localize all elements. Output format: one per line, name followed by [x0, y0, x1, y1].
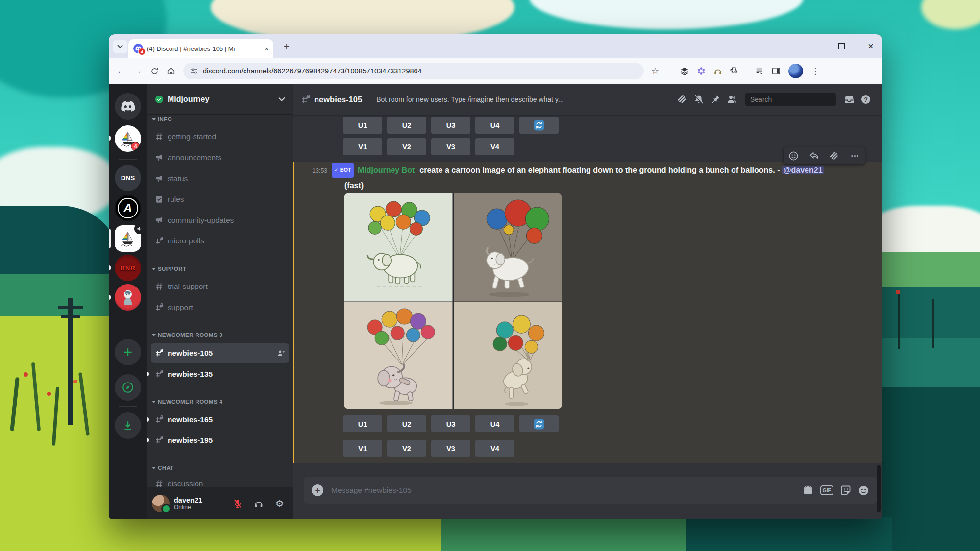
variation-button-v3[interactable]: V3	[431, 440, 470, 457]
channel-support[interactable]: support	[151, 298, 289, 317]
home-button[interactable]	[163, 63, 179, 79]
toolbar-divider	[747, 66, 747, 76]
member-list-button[interactable]	[724, 91, 740, 108]
gift-button[interactable]	[803, 485, 813, 496]
server-header[interactable]: Midjourney	[147, 84, 293, 115]
user-info[interactable]: daven21 Online	[174, 496, 225, 511]
channel-newbies-165[interactable]: newbies-165	[151, 410, 289, 430]
variation-button-v3[interactable]: V3	[431, 138, 470, 155]
minimize-button[interactable]: —	[801, 34, 823, 58]
browser-tab[interactable]: 4 (4) Discord | #newbies-105 | Mi ×	[128, 39, 273, 58]
inbox-button[interactable]	[841, 91, 858, 108]
variation-button-v4[interactable]: V4	[475, 138, 514, 155]
maximize-button[interactable]	[830, 34, 853, 58]
category-newcomer-rooms-4[interactable]: NEWCOMER ROOMS 4	[152, 396, 222, 407]
channel-announcements[interactable]: announcements	[151, 148, 289, 168]
profile-avatar[interactable]	[788, 64, 803, 78]
variation-button-v4[interactable]: V4	[475, 440, 514, 457]
server-midjourney[interactable]: 4	[115, 125, 141, 152]
new-tab-button[interactable]: +	[279, 40, 294, 53]
create-thread-button[interactable]	[829, 151, 839, 161]
close-window-button[interactable]: ×	[859, 34, 882, 58]
server-rnr[interactable]: RNR	[115, 255, 141, 281]
server-red-avatar[interactable]	[115, 284, 141, 311]
notification-settings-button[interactable]	[690, 91, 707, 108]
search-input[interactable]	[749, 95, 840, 104]
variation-button-v2[interactable]: V2	[387, 440, 426, 457]
more-actions-button[interactable]	[850, 151, 860, 161]
channel-trial-support[interactable]: trial-support	[151, 277, 289, 296]
reply-button[interactable]	[809, 151, 819, 161]
add-server-button[interactable]	[115, 339, 141, 365]
reroll-button[interactable]	[519, 117, 559, 134]
add-reaction-button[interactable]	[788, 151, 799, 161]
threads-button[interactable]	[674, 91, 690, 108]
variation-button-v1[interactable]: V1	[343, 440, 382, 457]
variation-button-v2[interactable]: V2	[387, 138, 426, 155]
forward-button[interactable]: →	[129, 63, 146, 79]
chat-scrollbar-thumb[interactable]	[877, 465, 881, 512]
attach-file-button[interactable]: +	[312, 484, 323, 496]
reload-button[interactable]	[146, 63, 163, 79]
message-author[interactable]: Midjourney Bot	[358, 166, 415, 174]
variation-button-v1[interactable]: V1	[343, 138, 382, 155]
headphones-extension-icon[interactable]	[710, 63, 726, 79]
deafen-button[interactable]	[250, 495, 267, 512]
channel-community-updates[interactable]: community-updates	[151, 211, 289, 230]
channel-topic[interactable]: Bot room for new users. Type /imagine th…	[376, 96, 564, 103]
category-info[interactable]: INFO	[152, 114, 172, 124]
reroll-button[interactable]	[519, 415, 559, 432]
search-box[interactable]	[745, 93, 836, 106]
message-input[interactable]	[330, 485, 796, 495]
create-invite-icon[interactable]	[277, 349, 285, 358]
generated-image-grid[interactable]	[344, 193, 562, 409]
tab-close-button[interactable]: ×	[264, 45, 269, 53]
category-chat[interactable]: CHAT	[152, 462, 174, 473]
channel-rules[interactable]: rules	[151, 190, 289, 209]
prompt-text: create a cartoon image of an elephant fl…	[419, 166, 775, 174]
extensions-puzzle-icon[interactable]	[726, 63, 743, 79]
channel-newbies-195[interactable]: newbies-195	[151, 431, 289, 450]
upscale-button-u2[interactable]: U2	[387, 415, 426, 432]
channel-newbies-105[interactable]: newbies-105	[151, 343, 289, 363]
emoji-picker-button[interactable]	[858, 485, 869, 496]
upscale-button-u4[interactable]: U4	[475, 117, 514, 134]
bookmark-star-button[interactable]: ☆	[647, 63, 663, 79]
channel-micro-polls[interactable]: micro-polls	[151, 231, 289, 251]
download-apps-button[interactable]	[115, 412, 141, 439]
user-avatar[interactable]	[152, 495, 170, 512]
channel-newbies-135[interactable]: newbies-135	[151, 364, 289, 384]
discord-home-button[interactable]	[115, 93, 141, 120]
upscale-button-u2[interactable]: U2	[387, 117, 426, 134]
server-dns[interactable]: DNS	[115, 165, 141, 191]
category-support[interactable]: SUPPORT	[152, 264, 186, 274]
flower-extension-icon[interactable]	[693, 63, 710, 79]
reading-list-icon[interactable]	[751, 63, 768, 79]
chat-area: newbies-105 Bot room for new users. Type…	[293, 84, 882, 519]
upscale-button-u3[interactable]: U3	[431, 415, 470, 432]
upscale-button-u3[interactable]: U3	[431, 117, 470, 134]
settings-button[interactable]: ⚙	[271, 495, 288, 512]
pinned-messages-button[interactable]	[707, 91, 724, 108]
browser-menu-kebab[interactable]: ⋮	[807, 63, 824, 79]
explore-servers-button[interactable]	[115, 374, 141, 401]
layers-extension-icon[interactable]	[676, 63, 693, 79]
channel-status[interactable]: status	[151, 169, 289, 189]
upscale-button-u1[interactable]: U1	[343, 415, 382, 432]
side-panel-icon[interactable]	[768, 63, 784, 79]
megaphone-icon	[155, 153, 164, 162]
gif-picker-button[interactable]: GIF	[820, 485, 834, 495]
threads-icon	[677, 94, 687, 105]
mic-muted-button[interactable]	[229, 495, 246, 512]
upscale-button-u4[interactable]: U4	[475, 415, 514, 432]
tab-search-button[interactable]	[113, 40, 127, 53]
user-mention[interactable]: @daven21	[782, 166, 824, 174]
sticker-picker-button[interactable]	[840, 485, 851, 496]
category-newcomer-rooms-3[interactable]: NEWCOMER ROOMS 3	[152, 330, 222, 340]
channel-getting-started[interactable]: getting-started	[151, 127, 289, 146]
address-bar[interactable]: discord.com/channels/662267976984297473/…	[183, 63, 644, 79]
back-button[interactable]: ←	[113, 63, 129, 79]
upscale-button-u1[interactable]: U1	[343, 117, 382, 134]
server-a-logo[interactable]: A	[115, 195, 141, 221]
help-button[interactable]: ?	[858, 91, 874, 108]
